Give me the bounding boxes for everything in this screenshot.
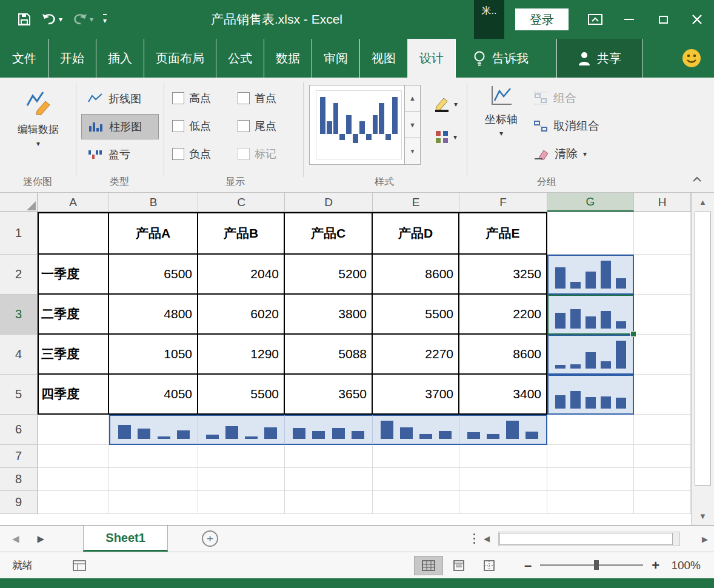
sparkline-cell-F6[interactable] bbox=[459, 415, 547, 445]
cell-B4[interactable]: 1050 bbox=[109, 335, 198, 375]
cell-E4[interactable]: 2270 bbox=[373, 335, 459, 375]
cell-A8[interactable] bbox=[38, 468, 109, 491]
cell-H3[interactable] bbox=[634, 295, 691, 335]
cell-G7[interactable] bbox=[547, 445, 634, 468]
column-header-A[interactable]: A bbox=[38, 193, 109, 212]
cell-E5[interactable]: 3700 bbox=[373, 375, 459, 415]
tab-data[interactable]: 数据 bbox=[264, 39, 312, 78]
cell-F7[interactable] bbox=[459, 445, 547, 468]
checkbox[interactable] bbox=[172, 148, 184, 160]
zoom-slider[interactable] bbox=[540, 564, 643, 566]
zoom-out-button[interactable]: – bbox=[524, 559, 532, 572]
cell-D1[interactable]: 产品C bbox=[285, 212, 373, 255]
cell-E7[interactable] bbox=[373, 445, 459, 468]
cell-H4[interactable] bbox=[634, 335, 691, 375]
cell-A3[interactable]: 二季度 bbox=[38, 295, 109, 335]
axis-caret-icon[interactable]: ▾ bbox=[499, 130, 503, 137]
cell-H8[interactable] bbox=[634, 468, 691, 491]
sparkline-cell-G5[interactable] bbox=[547, 375, 634, 415]
close-button[interactable] bbox=[680, 0, 714, 39]
cell-G8[interactable] bbox=[547, 468, 634, 491]
cell-C1[interactable]: 产品B bbox=[198, 212, 285, 255]
row-header-2[interactable]: 2 bbox=[0, 255, 38, 295]
sparkline-cell-G2[interactable] bbox=[547, 255, 634, 295]
undo-button[interactable]: ▾ bbox=[41, 13, 62, 26]
type-line-button[interactable]: 折线图 bbox=[81, 86, 159, 112]
cell-B5[interactable]: 4050 bbox=[109, 375, 198, 415]
tell-me-box[interactable]: 告诉我 bbox=[473, 39, 529, 78]
sparkline-cell-D6[interactable] bbox=[285, 415, 373, 445]
tab-formulas[interactable]: 公式 bbox=[216, 39, 264, 78]
cell-F1[interactable]: 产品E bbox=[459, 212, 547, 255]
zoom-in-button[interactable]: + bbox=[652, 559, 659, 572]
sparkline-cell-E6[interactable] bbox=[373, 415, 459, 445]
sparkline-color-caret-icon[interactable]: ▾ bbox=[454, 101, 458, 108]
customize-qat-button[interactable]: ▾ bbox=[103, 14, 107, 25]
ribbon-display-options-button[interactable] bbox=[578, 0, 612, 39]
cell-F4[interactable]: 8600 bbox=[459, 335, 547, 375]
hscroll-right-button[interactable]: ▶ bbox=[702, 534, 708, 543]
cell-C3[interactable]: 6020 bbox=[198, 295, 285, 335]
row-header-5[interactable]: 5 bbox=[0, 375, 38, 415]
checkbox-last-point[interactable]: 尾点 bbox=[238, 116, 276, 136]
cell-H1[interactable] bbox=[634, 212, 691, 255]
normal-view-button[interactable] bbox=[414, 556, 443, 575]
collapse-ribbon-button[interactable] bbox=[692, 174, 702, 185]
cell-E8[interactable] bbox=[373, 468, 459, 491]
cell-C2[interactable]: 2040 bbox=[198, 255, 285, 295]
checkbox[interactable] bbox=[172, 92, 184, 104]
checkbox[interactable] bbox=[172, 120, 184, 132]
tab-review[interactable]: 审阅 bbox=[312, 39, 360, 78]
cell-A2[interactable]: 一季度 bbox=[38, 255, 109, 295]
checkbox[interactable] bbox=[238, 92, 250, 104]
new-sheet-button[interactable]: + bbox=[202, 530, 218, 547]
sparkline-cell-G3[interactable] bbox=[547, 295, 634, 335]
clear-caret-icon[interactable]: ▾ bbox=[583, 150, 587, 158]
sheet-nav-prev-icon[interactable]: ◀ bbox=[12, 533, 19, 544]
horizontal-scroll-track[interactable] bbox=[498, 532, 680, 546]
checkbox-negative-point[interactable]: 负点 bbox=[172, 144, 211, 164]
tab-page-layout[interactable]: 页面布局 bbox=[144, 39, 216, 78]
row-header-1[interactable]: 1 bbox=[0, 212, 38, 255]
maximize-button[interactable] bbox=[646, 0, 680, 39]
cell-A9[interactable] bbox=[38, 491, 109, 514]
sparkline-style-preview[interactable] bbox=[316, 90, 402, 159]
horizontal-scroll-thumb[interactable] bbox=[499, 533, 673, 545]
style-scroll-up-button[interactable]: ▲ bbox=[405, 85, 420, 112]
type-column-button[interactable]: 柱形图 bbox=[81, 114, 159, 139]
cell-D2[interactable]: 5200 bbox=[285, 255, 373, 295]
undo-caret-icon[interactable]: ▾ bbox=[59, 16, 62, 23]
cell-C4[interactable]: 1290 bbox=[198, 335, 285, 375]
edit-data-button[interactable]: 编辑数据 ▾ bbox=[5, 85, 72, 171]
zoom-slider-thumb[interactable] bbox=[594, 560, 599, 570]
type-winloss-button[interactable]: 盈亏 bbox=[81, 142, 159, 167]
ime-indicator[interactable]: 米.. bbox=[474, 0, 504, 39]
cell-B9[interactable] bbox=[109, 491, 198, 514]
sparkline-cell-G4[interactable] bbox=[547, 335, 634, 375]
page-break-view-button[interactable] bbox=[475, 556, 504, 575]
fill-handle[interactable] bbox=[630, 331, 636, 337]
checkbox[interactable] bbox=[238, 120, 250, 132]
vertical-scrollbar[interactable]: ▲ ▼ bbox=[691, 193, 714, 525]
cell-D4[interactable]: 5088 bbox=[285, 335, 373, 375]
marker-color-button[interactable]: ▾ bbox=[425, 122, 465, 152]
cell-D3[interactable]: 3800 bbox=[285, 295, 373, 335]
column-header-G[interactable]: G bbox=[547, 193, 634, 212]
cell-A7[interactable] bbox=[38, 445, 109, 468]
tab-home[interactable]: 开始 bbox=[48, 39, 96, 78]
cell-B2[interactable]: 6500 bbox=[109, 255, 198, 295]
cell-A4[interactable]: 三季度 bbox=[38, 335, 109, 375]
checkbox-first-point[interactable]: 首点 bbox=[238, 89, 276, 108]
cell-F5[interactable]: 3400 bbox=[459, 375, 547, 415]
row-header-7[interactable]: 7 bbox=[0, 445, 38, 468]
cell-E1[interactable]: 产品D bbox=[373, 212, 459, 255]
column-header-D[interactable]: D bbox=[285, 193, 373, 212]
row-header-9[interactable]: 9 bbox=[0, 491, 38, 514]
cell-F9[interactable] bbox=[459, 491, 547, 514]
row-header-8[interactable]: 8 bbox=[0, 468, 38, 491]
cell-C5[interactable]: 5500 bbox=[198, 375, 285, 415]
row-header-3[interactable]: 3 bbox=[0, 295, 38, 335]
cell-F2[interactable]: 3250 bbox=[459, 255, 547, 295]
scroll-up-button[interactable]: ▲ bbox=[692, 193, 714, 211]
cell-D7[interactable] bbox=[285, 445, 373, 468]
